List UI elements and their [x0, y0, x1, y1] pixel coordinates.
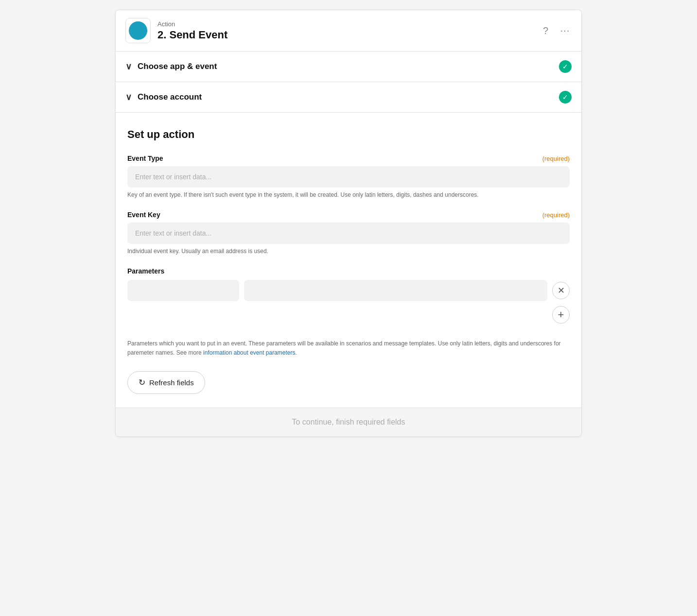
setup-title: Set up action [127, 128, 570, 141]
section-row-left-account: ∨ Choose account [125, 92, 202, 103]
refresh-fields-label: Refresh fields [149, 378, 194, 387]
event-key-label: Event Key [127, 211, 160, 219]
more-options-button[interactable]: ⋯ [558, 23, 572, 38]
help-button[interactable]: ? [541, 23, 550, 38]
check-icon-account: ✓ [559, 91, 572, 103]
parameters-group: Parameters ✕ + Parameters which you want… [127, 267, 570, 358]
event-type-label-row: Event Type (required) [127, 154, 570, 162]
event-type-hint: Key of an event type. If there isn't suc… [127, 190, 570, 199]
action-header-right: ? ⋯ [541, 23, 572, 38]
parameters-hint: Parameters which you want to put in an e… [127, 339, 570, 358]
event-key-label-row: Event Key (required) [127, 211, 570, 219]
main-container: Action 2. Send Event ? ⋯ ∨ Choose app & … [115, 10, 582, 437]
app-circle-icon [129, 21, 147, 40]
add-param-button[interactable]: + [552, 306, 570, 324]
choose-account-section[interactable]: ∨ Choose account ✓ [116, 82, 581, 113]
event-type-group: Event Type (required) Key of an event ty… [127, 154, 570, 199]
action-icon [125, 18, 151, 43]
choose-account-title: Choose account [138, 92, 202, 102]
remove-param-button[interactable]: ✕ [552, 282, 570, 299]
event-type-label: Event Type [127, 154, 163, 162]
param-value-input[interactable] [244, 280, 547, 301]
params-hint-link[interactable]: information about event parameters. [203, 349, 297, 356]
event-key-input[interactable] [127, 222, 570, 244]
event-key-hint: Individual event key. Usually an email a… [127, 247, 570, 256]
event-type-required: (required) [542, 155, 570, 162]
event-key-group: Event Key (required) Individual event ke… [127, 211, 570, 256]
event-type-input[interactable] [127, 166, 570, 188]
choose-app-event-title: Choose app & event [138, 62, 217, 71]
footer-bar: To continue, finish required fields [116, 408, 581, 436]
refresh-fields-button[interactable]: ↻ Refresh fields [127, 371, 205, 394]
params-hint-text: Parameters which you want to put in an e… [127, 340, 561, 356]
action-label: Action [157, 20, 227, 28]
choose-app-event-section[interactable]: ∨ Choose app & event ✓ [116, 51, 581, 82]
event-key-required: (required) [542, 211, 570, 219]
chevron-down-icon-account: ∨ [125, 92, 132, 103]
check-icon-app-event: ✓ [559, 60, 572, 73]
section-row-left: ∨ Choose app & event [125, 61, 217, 72]
continue-text: To continue, finish required fields [292, 418, 405, 426]
action-title: 2. Send Event [157, 29, 227, 41]
action-title-group: Action 2. Send Event [157, 20, 227, 41]
parameters-label: Parameters [127, 267, 570, 275]
action-header: Action 2. Send Event ? ⋯ [116, 10, 581, 51]
params-row: ✕ [127, 280, 570, 301]
chevron-down-icon: ∨ [125, 61, 132, 72]
action-header-left: Action 2. Send Event [125, 18, 227, 43]
main-content: Set up action Event Type (required) Key … [116, 113, 581, 394]
param-key-input[interactable] [127, 280, 239, 301]
refresh-icon: ↻ [139, 377, 145, 388]
